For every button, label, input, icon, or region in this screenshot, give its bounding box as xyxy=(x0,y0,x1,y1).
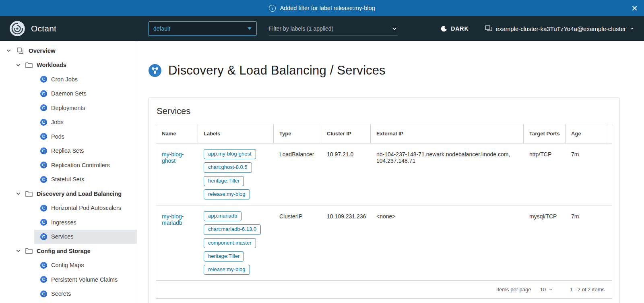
sidebar-item-label: Horizontal Pod Autoscalers xyxy=(51,205,121,211)
column-header-labels: Labels xyxy=(198,124,274,143)
sidebar-item-daemon-sets[interactable]: Daemon Sets xyxy=(34,87,137,101)
page-size-select[interactable]: 10 xyxy=(540,286,553,293)
sidebar-item-jobs[interactable]: Jobs xyxy=(34,115,137,130)
horizontal-pod-autoscalers-icon xyxy=(40,205,47,212)
label-pill[interactable]: release:my-blog xyxy=(204,189,250,199)
services-icon xyxy=(40,233,47,240)
column-header-type: Type xyxy=(274,124,321,143)
octant-logo-icon xyxy=(10,21,25,36)
namespace-selector[interactable]: default xyxy=(148,21,257,36)
label-pill[interactable]: component:master xyxy=(204,238,256,248)
label-pill[interactable]: app:my-blog-ghost xyxy=(204,149,256,159)
label-filter-dropdown[interactable]: Filter by labels (1 applied) xyxy=(269,22,398,35)
label-pill[interactable]: heritage:Tiller xyxy=(204,251,244,261)
sidebar-item-cron-jobs[interactable]: Cron Jobs xyxy=(34,72,137,87)
sidebar-item-label: Pods xyxy=(51,133,64,140)
replication-controllers-icon xyxy=(40,162,47,168)
column-header-age: Age xyxy=(566,124,608,143)
table-header-row: Name Labels Type Cluster IP External IP … xyxy=(156,124,612,143)
services-table: Name Labels Type Cluster IP External IP … xyxy=(156,124,612,299)
sidebar-item-persistent-volume-claims[interactable]: Persistent Volume Claims xyxy=(34,272,137,287)
table-row: my-blog-mariadb app:mariadb chart:mariad… xyxy=(156,205,612,281)
sidebar-item-label: Stateful Sets xyxy=(51,176,84,183)
service-link[interactable]: my-blog-ghost xyxy=(162,151,184,164)
sidebar-item-pods[interactable]: Pods xyxy=(34,129,137,144)
type-cell: LoadBalancer xyxy=(274,143,321,205)
label-pill[interactable]: chart:mariadb-6.13.0 xyxy=(204,224,261,235)
close-icon[interactable]: × xyxy=(632,3,638,13)
service-name-cell: my-blog-ghost xyxy=(156,143,198,205)
sidebar-item-replication-controllers[interactable]: Replication Controllers xyxy=(34,158,137,172)
column-header-cluster-ip: Cluster IP xyxy=(321,124,371,143)
label-pill[interactable]: app:mariadb xyxy=(204,211,242,221)
age-cell: 7m xyxy=(566,205,608,281)
main-content: Discovery & Load Balancing / Services Se… xyxy=(137,41,644,303)
cluster-context-dropdown[interactable]: example-cluster-ka3TuTzYo4a@example-clus… xyxy=(485,25,634,32)
sidebar-item-label: Replica Sets xyxy=(51,147,84,154)
sidebar-item-overview[interactable]: Overview xyxy=(0,44,137,58)
column-header-spacer xyxy=(608,124,612,143)
services-card: Services Name Labels Type Cluster IP xyxy=(148,98,620,303)
chevron-down-icon[interactable] xyxy=(15,191,21,197)
cluster-icon xyxy=(485,25,492,32)
external-ip-cell: <none> xyxy=(371,205,524,281)
sidebar-item-label: Replication Controllers xyxy=(51,162,110,168)
label-pill[interactable]: chart:ghost-8.0.5 xyxy=(204,162,252,172)
cluster-ip-cell: 10.97.21.0 xyxy=(321,143,371,205)
sidebar-item-ingresses[interactable]: Ingresses xyxy=(34,215,137,230)
sidebar: Overview Workloads Cron Jobs Daemon Sets… xyxy=(0,41,137,303)
info-icon: i xyxy=(269,5,276,12)
cluster-ip-cell: 10.109.231.236 xyxy=(321,205,371,281)
card-title: Services xyxy=(157,106,612,116)
service-name-cell: my-blog-mariadb xyxy=(156,205,198,281)
sidebar-group-label: Workloads xyxy=(37,62,66,68)
deployments-icon xyxy=(40,104,47,111)
sidebar-group-label: Config and Storage xyxy=(37,248,91,254)
sidebar-item-label: Services xyxy=(51,233,74,240)
labels-cell: app:mariadb chart:mariadb-6.13.0 compone… xyxy=(198,205,274,281)
cluster-context-label: example-cluster-ka3TuTzYo4a@example-clus… xyxy=(496,25,626,32)
sidebar-item-stateful-sets[interactable]: Stateful Sets xyxy=(34,172,137,187)
page-size-value: 10 xyxy=(540,286,546,293)
daemon-sets-icon xyxy=(40,90,47,97)
sidebar-item-label: Config Maps xyxy=(51,262,84,268)
chevron-down-icon[interactable] xyxy=(15,248,21,254)
chevron-down-icon[interactable] xyxy=(15,62,21,68)
secrets-icon xyxy=(40,291,47,297)
column-header-name: Name xyxy=(156,124,198,143)
theme-toggle-label: DARK xyxy=(451,25,469,32)
service-link[interactable]: my-blog-mariadb xyxy=(162,213,184,226)
sidebar-group-workloads[interactable]: Workloads xyxy=(0,58,137,73)
sidebar-item-label: Persistent Volume Claims xyxy=(51,276,118,283)
chevron-down-icon[interactable] xyxy=(6,48,12,54)
folder-icon xyxy=(25,62,33,68)
theme-toggle-button[interactable]: DARK xyxy=(441,25,469,32)
label-pill[interactable]: release:my-blog xyxy=(204,265,250,275)
label-pill[interactable]: heritage:Tiller xyxy=(204,176,244,186)
sidebar-group-label: Discovery and Load Balancing xyxy=(37,191,122,197)
sidebar-item-services[interactable]: Services xyxy=(34,230,137,244)
table-row: my-blog-ghost app:my-blog-ghost chart:gh… xyxy=(156,143,612,205)
page-title: Discovery & Load Balancing / Services xyxy=(168,63,386,78)
sidebar-item-label: Ingresses xyxy=(51,219,76,226)
config-maps-icon xyxy=(40,262,47,269)
sidebar-group-config-and-storage[interactable]: Config and Storage xyxy=(0,244,137,258)
sidebar-item-label: Secrets xyxy=(51,291,71,297)
sidebar-item-label: Jobs xyxy=(51,119,64,125)
sidebar-item-replica-sets[interactable]: Replica Sets xyxy=(34,144,137,158)
sidebar-group-discovery-and-load-balancing[interactable]: Discovery and Load Balancing xyxy=(0,187,137,201)
sidebar-item-label: Daemon Sets xyxy=(51,90,87,97)
pagination-range: 1 - 2 of 2 items xyxy=(570,286,605,293)
ingresses-icon xyxy=(40,219,47,226)
sidebar-item-config-maps[interactable]: Config Maps xyxy=(34,258,137,273)
persistent-volume-claims-icon xyxy=(40,276,47,283)
sidebar-item-deployments[interactable]: Deployments xyxy=(34,101,137,115)
jobs-icon xyxy=(40,119,47,126)
caret-down-icon xyxy=(248,27,252,30)
label-filter-text: Filter by labels (1 applied) xyxy=(269,25,333,32)
namespace-value: default xyxy=(153,25,170,32)
column-header-target-ports: Target Ports xyxy=(524,124,566,143)
sidebar-item-secrets[interactable]: Secrets xyxy=(34,287,137,301)
replica-sets-icon xyxy=(40,147,47,154)
sidebar-item-horizontal-pod-autoscalers[interactable]: Horizontal Pod Autoscalers xyxy=(34,201,137,216)
